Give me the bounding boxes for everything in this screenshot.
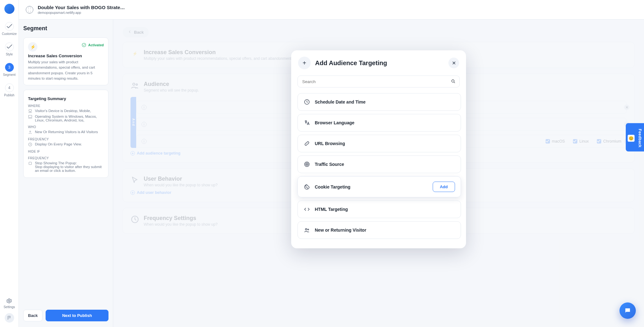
svg-rect-2 [29,110,31,111]
summary-row: Stop Showing The Popup: Stop displaying … [28,161,104,172]
summary-row: Display On Every Page View. [28,142,104,147]
option-label: URL Browsing [315,141,345,146]
close-button[interactable]: ✕ [448,58,459,68]
globe-icon [26,6,33,14]
option-label: Cookie Targeting [315,184,350,189]
svg-point-15 [306,187,307,188]
svg-point-4 [30,131,31,132]
option-schedule[interactable]: Schedule Date and Time [297,93,461,111]
activated-badge: Activated [82,43,104,47]
back-button[interactable]: Back [23,310,42,321]
clock-icon [28,142,32,147]
summary-text: Visitor's Device is Desktop, Mobile, [35,109,91,113]
page-title: Double Your Sales with BOGO Strateg... [38,5,126,10]
device-icon [28,109,32,113]
feedback-label: Feedback [638,129,642,148]
segment-heading: Segment [23,25,108,32]
step-number-icon: 3 [5,63,14,72]
option-url-browsing[interactable]: URL Browsing [297,135,461,152]
summary-heading: Targeting Summary [28,96,104,101]
option-label: Traffic Source [315,162,344,167]
add-option-button[interactable]: Add [433,182,455,192]
chat-launcher[interactable] [619,302,636,319]
step-label: Segment [3,73,15,76]
os-icon [28,115,32,119]
svg-point-12 [305,162,309,167]
option-traffic-source[interactable]: Traffic Source [297,155,461,173]
step-number-icon: 4 [5,83,14,92]
template-desc: Multiply your sales with product recomme… [28,59,104,81]
step-publish[interactable]: 4 Publish [4,83,14,97]
option-browser-language[interactable]: Browser Language [297,114,461,132]
svg-point-1 [82,43,86,47]
modal-title: Add Audience Targeting [315,59,387,67]
left-rail: Customize Style 3 Segment 4 Publish Sett… [0,0,19,327]
option-cookie-targeting[interactable]: Cookie Targeting Add [297,176,461,197]
settings-button[interactable]: Settings [3,298,15,309]
summary-text: Stop Showing The Popup: Stop displaying … [35,161,104,172]
stop-icon [28,161,32,166]
svg-point-10 [452,80,454,82]
link-icon [303,140,310,147]
search-input[interactable] [302,79,451,84]
user-icon [28,130,32,134]
search-icon [451,79,456,85]
option-new-returning[interactable]: New or Returning Visitor [297,221,461,239]
cookie-icon [303,183,310,190]
svg-point-16 [307,188,308,188]
segment-sidebar: Segment ⚡ Activated Increase Sales Conve… [19,20,113,327]
summary-who-label: WHO [28,125,104,129]
check-icon [5,42,14,51]
option-html-targeting[interactable]: HTML Targeting [297,200,461,218]
activated-label: Activated [88,43,104,47]
svg-point-17 [306,185,306,186]
svg-rect-3 [29,115,32,117]
summary-text: Display On Every Page View. [35,142,82,146]
svg-point-14 [307,164,308,165]
option-label: Schedule Date and Time [315,99,366,104]
option-label: Browser Language [315,120,354,125]
summary-text: New Or Returning Visitors is All Visitor… [35,130,98,134]
option-label: HTML Targeting [315,207,348,212]
svg-point-0 [8,300,10,302]
settings-label: Settings [3,305,15,309]
language-icon [303,119,310,126]
code-icon [303,206,310,213]
summary-frequency-label: FREQUENCY [28,138,104,141]
add-audience-modal: + Add Audience Targeting ✕ Schedu [291,50,466,248]
step-label: Style [6,53,13,56]
page-subtitle: demopopupsmart.netlify.app [38,11,126,14]
template-card: ⚡ Activated Increase Sales Conversion Mu… [23,37,108,85]
step-style[interactable]: Style [5,42,14,56]
brand-logo[interactable] [4,4,14,14]
step-label: Publish [4,93,14,97]
summary-text: Operating System is Windows, Macos, Linu… [35,115,104,122]
option-label: New or Returning Visitor [315,228,366,233]
check-icon [5,22,14,31]
summary-where-label: WHERE [28,104,104,108]
targeting-summary-card: Targeting Summary WHERE Visitor's Device… [23,90,108,178]
svg-point-13 [306,163,308,166]
clock-icon [303,99,310,105]
plus-icon: + [298,57,311,69]
svg-point-19 [308,229,309,230]
whats-new-button[interactable] [5,313,14,323]
targeting-search[interactable] [297,76,460,87]
summary-row: New Or Returning Visitors is All Visitor… [28,130,104,134]
template-title: Increase Sales Conversion [28,54,104,58]
targeting-option-list[interactable]: Schedule Date and Time Browser Language … [291,91,466,248]
svg-point-18 [305,228,307,230]
bolt-icon: ⚡ [28,42,37,52]
svg-rect-6 [29,162,31,165]
top-bar: Double Your Sales with BOGO Strateg... d… [19,0,644,20]
step-segment[interactable]: 3 Segment [3,63,15,76]
users-icon [303,227,310,234]
summary-row: Visitor's Device is Desktop, Mobile, [28,109,104,113]
target-icon [303,161,310,168]
next-to-publish-button[interactable]: Next to Publish [46,310,108,321]
feedback-tab[interactable]: Feedback 😊 [626,123,644,151]
summary-hide-label: Hide if [28,150,104,153]
step-customize[interactable]: Customize [2,22,17,36]
step-label: Customize [2,32,17,36]
editor-canvas: Back ⚡ Increase Sales Conversion Multipl… [113,20,644,327]
